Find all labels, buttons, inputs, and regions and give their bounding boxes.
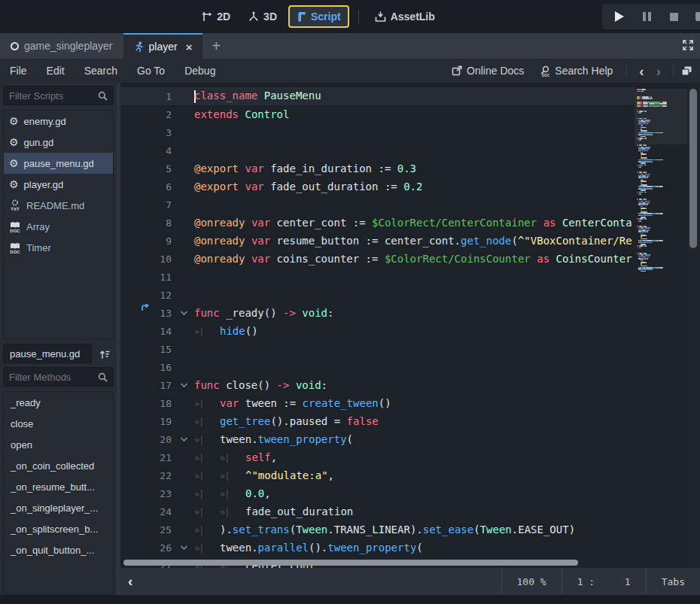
tab-2d[interactable]: 2D [195, 7, 237, 26]
gutter[interactable]: 3 [120, 127, 172, 138]
menu-file[interactable]: File [0, 65, 37, 77]
minimap[interactable] [635, 83, 687, 568]
code-text[interactable]: »|»|self, [194, 451, 277, 463]
code-text[interactable]: »|»|0.0, [194, 487, 271, 499]
method-list-item[interactable]: open [4, 434, 113, 455]
code-line[interactable]: 7 [120, 196, 635, 214]
vertical-scrollbar[interactable] [687, 83, 700, 568]
gutter[interactable]: 20 [120, 434, 172, 445]
minimap-viewport[interactable] [635, 89, 687, 144]
code-text[interactable]: »|»|fade_out_duration [194, 505, 353, 517]
method-list-item[interactable]: _on_singleplayer_... [4, 497, 113, 518]
gutter[interactable]: 8 [120, 217, 172, 229]
code-line[interactable]: 6@export var fade_out_duration := 0.2 [120, 178, 635, 196]
add-scene-tab-button[interactable]: + [202, 33, 230, 59]
script-list-item[interactable]: ⚙pause_menu.gd [4, 153, 113, 174]
code-line[interactable]: 4 [120, 141, 635, 159]
gutter[interactable]: 5 [120, 163, 172, 175]
indent-mode[interactable]: Tabs [646, 568, 700, 595]
code-line[interactable]: 16 [120, 358, 635, 376]
play-scene-button[interactable] [691, 7, 700, 26]
pause-button[interactable] [637, 7, 656, 26]
filter-methods-input[interactable]: Filter Methods [3, 367, 114, 387]
code-text[interactable]: @onready var center_cont := $ColorRect/C… [194, 217, 632, 229]
code-line[interactable]: 15 [120, 340, 635, 358]
gutter[interactable]: 13 [120, 308, 172, 319]
tab-script[interactable]: Script [288, 5, 349, 28]
method-list-item[interactable]: _ready [4, 392, 113, 413]
script-list-item[interactable]: TXTREADME.md [4, 195, 113, 216]
gutter[interactable]: 18 [120, 398, 172, 409]
history-back-button[interactable]: ‹ [635, 64, 648, 78]
code-text[interactable]: »|).set_trans(Tween.TRANS_LINEAR).set_ea… [194, 524, 575, 536]
method-list-item[interactable]: _on_quit_button_... [4, 539, 113, 560]
filter-scripts-input[interactable]: Filter Scripts [3, 86, 114, 105]
gutter[interactable]: 19 [120, 416, 172, 427]
gutter[interactable]: 14 [120, 326, 172, 337]
gutter[interactable]: 15 [120, 344, 172, 355]
method-list-item[interactable]: _on_resume_butt... [4, 476, 113, 497]
vertical-scrollbar-thumb[interactable] [689, 89, 697, 248]
code-line[interactable]: 14»|hide() [120, 322, 635, 340]
gutter[interactable]: 16 [120, 362, 172, 373]
code-line[interactable]: 9@onready var resume_button := center_co… [120, 232, 635, 250]
code-line[interactable]: 22»|»|^"modulate:a", [120, 466, 635, 484]
code-text[interactable]: extends Control [194, 108, 289, 120]
gutter[interactable]: 6 [120, 181, 172, 193]
code-line[interactable]: 8@onready var center_cont := $ColorRect/… [120, 214, 635, 232]
script-list-item[interactable]: ⚙enemy.gd [4, 111, 113, 132]
code-line[interactable]: 12 [120, 286, 635, 304]
fold-chevron-icon[interactable] [172, 436, 194, 442]
code-line[interactable]: 10@onready var coins_counter := $ColorRe… [120, 250, 635, 268]
gutter[interactable]: 4 [120, 145, 172, 156]
code-text[interactable]: class_name PauseMenu [194, 90, 321, 103]
gutter[interactable]: 23 [120, 488, 172, 499]
code-text[interactable]: @onready var coins_counter := $ColorRect… [194, 253, 632, 265]
code-line[interactable]: 2extends Control [120, 105, 635, 123]
scene-tab-game-singleplayer[interactable]: game_singleplayer [0, 33, 123, 59]
gutter[interactable]: 9 [120, 235, 172, 247]
code-editor[interactable]: 1class_name PauseMenu2extends Control345… [120, 83, 700, 568]
expand-editor-button[interactable] [682, 39, 694, 51]
script-list-item[interactable]: ⚙player.gd [4, 174, 113, 195]
fold-chevron-icon[interactable] [172, 382, 194, 388]
fold-chevron-icon[interactable] [172, 310, 194, 316]
method-list-item[interactable]: _on_splitscreen_b... [4, 518, 113, 539]
gutter[interactable]: 24 [120, 506, 172, 517]
code-line[interactable]: 25»|).set_trans(Tween.TRANS_LINEAR).set_… [120, 521, 635, 539]
gutter[interactable]: 21 [120, 452, 172, 463]
code-text[interactable]: »|tween.tween_property( [194, 433, 353, 445]
code-line[interactable]: 21»|»|self, [120, 448, 635, 466]
code-line[interactable]: 11 [120, 268, 635, 286]
code-line[interactable]: 17func close() -> void: [120, 376, 635, 394]
play-button[interactable] [610, 7, 629, 26]
gutter[interactable]: 11 [120, 272, 172, 283]
tab-assetlib[interactable]: AssetLib [368, 7, 442, 26]
code-line[interactable]: 26»|tween.parallel().tween_property( [120, 539, 635, 557]
method-list-item[interactable]: close [4, 413, 113, 434]
code-line[interactable]: 18»|var tween := create_tween() [120, 394, 635, 412]
gutter[interactable]: 7 [120, 199, 172, 211]
sort-methods-button[interactable] [96, 346, 114, 363]
code-line[interactable]: 23»|»|0.0, [120, 484, 635, 502]
code-text[interactable]: »|tween.parallel().tween_property( [194, 542, 423, 554]
code-text[interactable]: @export var fade_out_duration := 0.2 [194, 181, 422, 193]
history-forward-button[interactable]: › [652, 64, 665, 78]
code-text[interactable]: »|get_tree().paused = false [194, 415, 379, 427]
scene-tab-player[interactable]: player × [123, 33, 203, 59]
zoom-level[interactable]: 100 % [501, 568, 562, 595]
script-list-item[interactable]: ⚙gun.gd [4, 132, 113, 153]
gutter[interactable]: 22 [120, 470, 172, 481]
horizontal-scrollbar-thumb[interactable] [123, 560, 578, 566]
make-floating-button[interactable] [681, 65, 692, 77]
gutter[interactable]: 26 [120, 542, 172, 554]
gutter[interactable]: 10 [120, 253, 172, 265]
menu-edit[interactable]: Edit [37, 65, 75, 77]
code-line[interactable]: 20»|tween.tween_property( [120, 430, 635, 448]
menu-search[interactable]: Search [75, 65, 127, 77]
toggle-scripts-panel-button[interactable]: ‹ [120, 573, 140, 590]
code-text[interactable]: @onready var resume_button := center_con… [194, 235, 632, 247]
script-list-item[interactable]: DOCTimer [4, 237, 113, 258]
code-text[interactable]: func _ready() -> void: [194, 307, 333, 319]
code-text[interactable]: »|»|^"modulate:a", [194, 469, 334, 481]
